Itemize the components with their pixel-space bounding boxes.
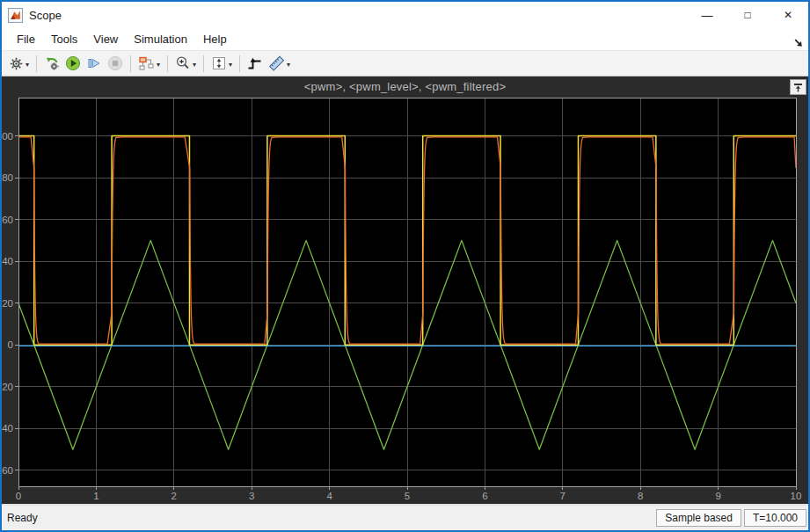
run-button[interactable] xyxy=(62,53,84,74)
svg-text:6: 6 xyxy=(482,491,487,501)
simulink-blocks-button[interactable]: ▾ xyxy=(135,53,163,74)
svg-text:1: 1 xyxy=(93,491,99,501)
svg-text:0: 0 xyxy=(8,339,13,350)
menu-item-view[interactable]: View xyxy=(85,30,126,48)
menu-item-simulation[interactable]: Simulation xyxy=(126,30,195,48)
menu-item-file[interactable]: File xyxy=(9,30,43,48)
measurements-button[interactable]: ▾ xyxy=(266,53,293,74)
svg-text:0: 0 xyxy=(16,491,21,501)
measurements-icon xyxy=(268,55,285,71)
toolbar-separator xyxy=(239,55,240,72)
dropdown-caret-icon[interactable]: ▾ xyxy=(157,61,160,69)
svg-text:80: 80 xyxy=(2,172,13,183)
gear-icon xyxy=(9,56,24,71)
menu-item-help[interactable]: Help xyxy=(195,30,235,48)
window-title: Scope xyxy=(29,9,687,22)
stop-button[interactable] xyxy=(105,53,126,74)
simulation-time-indicator: T=10.000 xyxy=(744,509,806,527)
close-button[interactable]: ✕ xyxy=(768,2,808,28)
update-diagram-icon xyxy=(44,56,60,71)
stop-icon xyxy=(107,55,123,71)
run-icon xyxy=(65,55,81,71)
trigger-button[interactable] xyxy=(244,53,266,74)
status-text: Ready xyxy=(4,512,653,524)
svg-text:10: 10 xyxy=(791,491,802,501)
toolbar-separator xyxy=(167,55,168,72)
dropdown-caret-icon[interactable]: ▾ xyxy=(287,61,290,69)
dropdown-caret-icon[interactable]: ▾ xyxy=(26,61,29,69)
toolbar-separator xyxy=(130,55,131,72)
toolbar: ▾▾▾▾▾ xyxy=(2,50,808,77)
titlebar: Scope — □ ✕ xyxy=(2,2,808,28)
toolbar-separator xyxy=(203,55,204,72)
svg-text:-20: -20 xyxy=(2,382,13,392)
svg-text:7: 7 xyxy=(560,491,566,501)
toolbar-separator xyxy=(36,55,37,72)
statusbar: Ready Sample based T=10.000 xyxy=(2,504,808,530)
scope-plot[interactable]: 012345678910-60-40-20020406080100 xyxy=(2,77,808,504)
gear-button[interactable]: ▾ xyxy=(6,53,32,74)
dropdown-caret-icon[interactable]: ▾ xyxy=(193,61,196,69)
dock-arrow-icon[interactable] xyxy=(794,39,803,47)
svg-text:-40: -40 xyxy=(2,423,13,434)
matlab-scope-icon xyxy=(8,8,23,23)
svg-text:8: 8 xyxy=(638,491,643,501)
minimize-button[interactable]: — xyxy=(687,2,727,28)
maximize-button[interactable]: □ xyxy=(727,2,768,28)
scale-axes-button[interactable]: ▾ xyxy=(208,53,235,74)
step-forward-icon xyxy=(86,55,102,71)
trigger-icon xyxy=(247,56,263,71)
chart-area: <pwm>, <pwm_level>, <pwm_filtered> 01234… xyxy=(2,77,808,504)
dropdown-caret-icon[interactable]: ▾ xyxy=(229,61,232,69)
svg-text:-60: -60 xyxy=(2,465,13,476)
menubar: FileToolsViewSimulationHelp xyxy=(2,28,808,50)
svg-text:40: 40 xyxy=(2,256,13,266)
svg-text:100: 100 xyxy=(2,131,13,142)
zoom-in-button[interactable]: ▾ xyxy=(172,53,199,74)
update-diagram-button[interactable] xyxy=(41,53,62,74)
svg-text:9: 9 xyxy=(715,491,720,501)
scope-window: Scope — □ ✕ FileToolsViewSimulationHelp … xyxy=(0,0,810,532)
simulink-blocks-icon xyxy=(138,56,155,71)
svg-text:20: 20 xyxy=(2,298,13,309)
menu-item-tools[interactable]: Tools xyxy=(43,30,85,48)
svg-text:4: 4 xyxy=(326,491,332,501)
scale-axes-icon xyxy=(211,55,227,71)
svg-text:2: 2 xyxy=(171,491,177,501)
sample-mode-indicator: Sample based xyxy=(656,509,741,527)
svg-text:60: 60 xyxy=(2,215,13,225)
svg-text:3: 3 xyxy=(249,491,254,501)
zoom-in-icon xyxy=(175,55,191,71)
svg-text:5: 5 xyxy=(405,491,410,501)
step-forward-button[interactable] xyxy=(84,53,105,74)
